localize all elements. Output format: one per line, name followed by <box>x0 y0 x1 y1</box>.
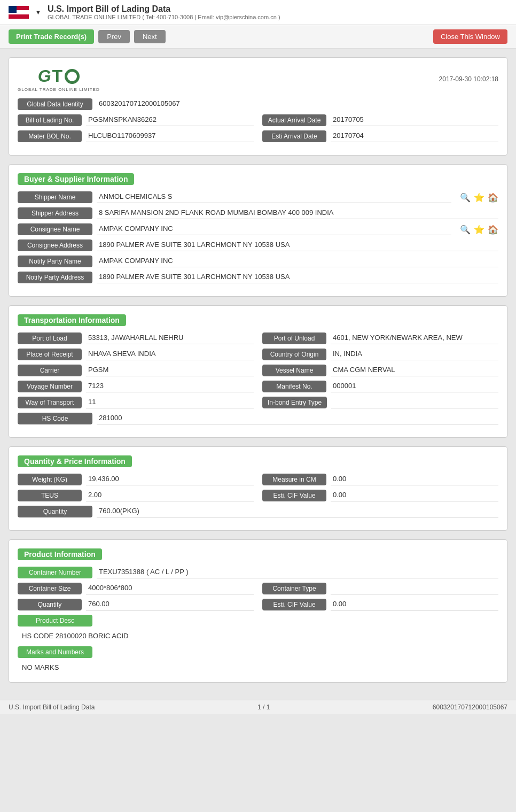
esti-arrival-col: Esti Arrival Date 20170704 <box>262 130 498 142</box>
flag-dropdown[interactable]: ▼ <box>35 9 41 16</box>
star-icon-shipper[interactable]: ⭐ <box>474 192 484 203</box>
next-button[interactable]: Next <box>134 30 166 43</box>
global-identity-value: 600320170712000105067 <box>97 98 498 110</box>
esti-arrival-label: Esti Arrival Date <box>262 130 326 142</box>
consignee-name-value: AMPAK COMPANY INC <box>97 223 451 235</box>
container-type-label: Container Type <box>262 583 326 594</box>
prev-button[interactable]: Prev <box>98 30 130 43</box>
vessel-label: Vessel Name <box>262 365 326 376</box>
container-number-value: TEXU7351388 ( AC / L / PP ) <box>97 567 498 578</box>
marks-label-row: Marks and Numbers <box>18 646 498 658</box>
port-row: Port of Load 53313, JAWAHARLAL NEHRU Por… <box>18 332 498 344</box>
top-bar: ▼ U.S. Import Bill of Lading Data GLOBAL… <box>0 0 516 25</box>
transportation-card: Transportation Information Port of Load … <box>9 305 507 438</box>
notify-address-row: Notify Party Address 1890 PALMER AVE SUI… <box>18 272 498 283</box>
teus-label: TEUS <box>18 490 82 501</box>
home-icon-shipper[interactable]: 🏠 <box>488 192 498 203</box>
voyage-value: 7123 <box>86 381 254 392</box>
buyer-supplier-label: Buyer & Supplier Information <box>18 173 134 185</box>
bol-row: Bill of Lading No. PGSMNSPKAN36262 Actua… <box>18 114 498 126</box>
search-icon-shipper[interactable]: 🔍 <box>460 192 471 203</box>
port-unload-value: 4601, NEW YORK/NEWARK AREA, NEW <box>331 332 498 344</box>
search-icon-consignee[interactable]: 🔍 <box>460 225 471 235</box>
close-button[interactable]: Close This Window <box>433 29 507 44</box>
manifest-value: 000001 <box>331 381 498 392</box>
logo: G T <box>38 66 80 86</box>
port-load-col: Port of Load 53313, JAWAHARLAL NEHRU <box>18 332 254 344</box>
transportation-label: Transportation Information <box>18 314 126 326</box>
shipper-address-label: Shipper Address <box>18 207 92 219</box>
home-icon-consignee[interactable]: 🏠 <box>488 225 498 235</box>
port-unload-label: Port of Unload <box>262 332 326 344</box>
logo-g-letter: G <box>38 66 51 86</box>
consignee-address-row: Consignee Address 1890 PALMER AVE SUITE … <box>18 239 498 251</box>
actual-arrival-value: 20170705 <box>331 114 498 126</box>
shipper-address-value: 8 SARIFA MANSION 2ND FLANK ROAD MUMBAI B… <box>97 207 498 219</box>
notify-address-label: Notify Party Address <box>18 272 92 283</box>
voyage-label: Voyage Number <box>18 381 82 392</box>
consignee-name-row: Consignee Name AMPAK COMPANY INC 🔍 ⭐ 🏠 <box>18 223 498 235</box>
carrier-label: Carrier <box>18 365 82 376</box>
shipper-address-row: Shipper Address 8 SARIFA MANSION 2ND FLA… <box>18 207 498 219</box>
teus-cif-row: TEUS 2.00 Esti. CIF Value 0.00 <box>18 490 498 501</box>
qp-esti-cif-label: Esti. CIF Value <box>262 490 326 501</box>
consignee-name-label: Consignee Name <box>18 223 92 235</box>
esti-arrival-value: 20170704 <box>331 130 498 142</box>
manifest-label: Manifest No. <box>262 381 326 392</box>
logo-area: G T GLOBAL TRADE ONLINE LIMITED <box>18 66 100 92</box>
master-bol-value: HLCUBO1170609937 <box>86 130 254 142</box>
hs-code-label: HS Code <box>18 413 92 424</box>
consignee-address-value: 1890 PALMER AVE SUITE 301 LARCHMONT NY 1… <box>97 239 498 251</box>
notify-name-row: Notify Party Name AMPAK COMPANY INC <box>18 256 498 267</box>
qp-esti-cif-col: Esti. CIF Value 0.00 <box>262 490 498 501</box>
container-type-col: Container Type <box>262 583 498 594</box>
way-transport-value: 11 <box>86 397 254 408</box>
prod-quantity-cif-row: Quantity 760.00 Esti. CIF Value 0.00 <box>18 599 498 610</box>
star-icon-consignee[interactable]: ⭐ <box>474 225 484 235</box>
measure-col: Measure in CM 0.00 <box>262 474 498 485</box>
weight-col: Weight (KG) 19,436.00 <box>18 474 254 485</box>
shipper-icons: 🔍 ⭐ 🏠 <box>460 192 498 203</box>
in-bond-value <box>331 397 498 408</box>
product-section-label: Product Information <box>18 548 102 560</box>
container-size-value: 4000*806*800 <box>86 583 254 594</box>
voyage-col: Voyage Number 7123 <box>18 381 254 392</box>
prod-esti-cif-col: Esti. CIF Value 0.00 <box>262 599 498 610</box>
measure-label: Measure in CM <box>262 474 326 485</box>
buyer-supplier-card: Buyer & Supplier Information Shipper Nam… <box>9 164 507 297</box>
quantity-section: Quantity & Price Information <box>18 455 498 474</box>
prod-esti-cif-label: Esti. CIF Value <box>262 599 326 610</box>
app-title: U.S. Import Bill of Lading Data <box>48 4 280 14</box>
prod-quantity-value: 760.00 <box>86 599 254 610</box>
teus-value: 2.00 <box>86 490 254 501</box>
product-section: Product Information <box>18 548 498 567</box>
actual-arrival-col: Actual Arrival Date 20170705 <box>262 114 498 126</box>
marks-label: Marks and Numbers <box>18 646 92 658</box>
prod-quantity-col: Quantity 760.00 <box>18 599 254 610</box>
teus-col: TEUS 2.00 <box>18 490 254 501</box>
measure-value: 0.00 <box>331 474 498 485</box>
master-bol-col: Mater BOL No. HLCUBO1170609937 <box>18 130 254 142</box>
way-transport-label: Way of Transport <box>18 397 82 408</box>
origin-value: IN, INDIA <box>331 349 498 360</box>
weight-measure-row: Weight (KG) 19,436.00 Measure in CM 0.00 <box>18 474 498 485</box>
global-identity-row: Global Data Identity 6003201707120001050… <box>18 98 498 110</box>
way-transport-col: Way of Transport 11 <box>18 397 254 408</box>
print-button[interactable]: Print Trade Record(s) <box>9 29 94 44</box>
in-bond-col: In-bond Entry Type <box>262 397 498 408</box>
bol-label: Bill of Lading No. <box>18 114 82 126</box>
carrier-value: PGSM <box>86 365 254 376</box>
footer-right: 600320170712000105067 <box>433 703 507 711</box>
marks-value: NO MARKS <box>18 661 498 674</box>
container-size-label: Container Size <box>18 583 82 594</box>
port-load-value: 53313, JAWAHARLAL NEHRU <box>86 332 254 344</box>
notify-name-label: Notify Party Name <box>18 256 92 267</box>
bol-col: Bill of Lading No. PGSMNSPKAN36262 <box>18 114 254 126</box>
qp-quantity-label: Quantity <box>18 506 92 517</box>
flag-icon <box>9 6 29 19</box>
notify-address-value: 1890 PALMER AVE SUITE 301 LARCHMONT NY 1… <box>97 272 498 283</box>
container-number-row: Container Number TEXU7351388 ( AC / L / … <box>18 567 498 578</box>
product-desc-value: HS CODE 28100020 BORIC ACID <box>18 630 498 642</box>
footer-left: U.S. Import Bill of Lading Data <box>9 703 95 711</box>
prod-quantity-label: Quantity <box>18 599 82 610</box>
